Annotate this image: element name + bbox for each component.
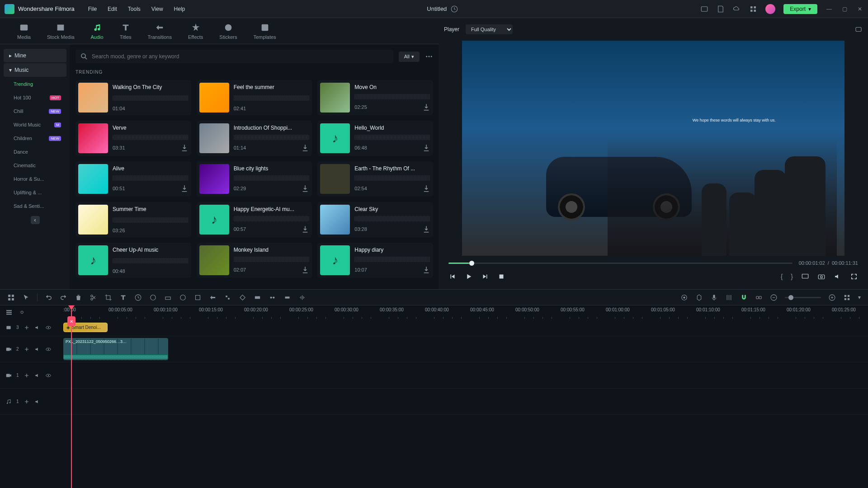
- tab-media[interactable]: Media: [9, 18, 39, 44]
- download-icon[interactable]: [180, 184, 189, 192]
- tab-templates[interactable]: Templates: [245, 18, 284, 44]
- pointer-icon[interactable]: [22, 294, 30, 301]
- menu-edit[interactable]: Edit: [108, 6, 117, 12]
- download-icon[interactable]: [301, 144, 309, 152]
- tab-stickers[interactable]: Stickers: [211, 18, 245, 44]
- render-icon[interactable]: [680, 294, 688, 301]
- quality-select[interactable]: Full Quality: [466, 24, 513, 34]
- track-item[interactable]: Monkey Island 02:07: [197, 243, 312, 278]
- adjust-icon[interactable]: [164, 294, 172, 301]
- search-input[interactable]: [92, 53, 389, 60]
- track-item[interactable]: Alive 00:51: [75, 161, 191, 197]
- maximize-icon[interactable]: ▢: [841, 5, 848, 13]
- track-item[interactable]: Happy Energetic-AI mu... 00:57: [197, 202, 312, 237]
- add-icon[interactable]: [24, 399, 30, 405]
- color-icon[interactable]: [149, 294, 157, 301]
- mixer-icon[interactable]: [725, 294, 733, 301]
- visibility-icon[interactable]: [45, 346, 52, 352]
- track-item[interactable]: Hello_World 06:48: [317, 121, 433, 156]
- track-item[interactable]: Blue city lights 02:29: [197, 161, 312, 197]
- download-icon[interactable]: [301, 184, 309, 192]
- search-box[interactable]: [75, 50, 393, 63]
- camera-icon[interactable]: [817, 272, 826, 281]
- tool-e-icon[interactable]: [254, 294, 261, 301]
- mic-icon[interactable]: [710, 294, 718, 301]
- preview-viewport[interactable]: We hope these words will always stay wit…: [462, 41, 844, 256]
- grid-icon[interactable]: [7, 294, 15, 301]
- tab-effects[interactable]: Effects: [180, 18, 211, 44]
- add-icon[interactable]: [24, 324, 30, 331]
- download-icon[interactable]: [180, 144, 189, 152]
- fullscreen-icon[interactable]: [850, 272, 858, 281]
- track-item[interactable]: Move On 02:25: [317, 80, 433, 115]
- delete-icon[interactable]: [75, 294, 82, 301]
- stop-icon[interactable]: [497, 272, 505, 281]
- download-icon[interactable]: [422, 266, 430, 274]
- download-icon[interactable]: [422, 103, 430, 111]
- sidebar-item-trending[interactable]: Trending: [4, 78, 66, 90]
- tab-transitions[interactable]: Transitions: [140, 18, 180, 44]
- zoom-out-icon[interactable]: [770, 294, 778, 301]
- zoom-in-icon[interactable]: [828, 294, 836, 301]
- track-manage-icon[interactable]: [5, 309, 13, 316]
- export-button[interactable]: Export▾: [783, 4, 817, 14]
- preview-seekbar[interactable]: [448, 263, 793, 264]
- mute-icon[interactable]: [34, 399, 41, 405]
- marker-icon[interactable]: [695, 294, 703, 301]
- menu-tools[interactable]: Tools: [128, 6, 141, 12]
- tool-g-icon[interactable]: [283, 294, 291, 301]
- mute-icon[interactable]: [34, 372, 41, 379]
- mark-out-icon[interactable]: }: [791, 273, 793, 280]
- sidebar-item-hot100[interactable]: Hot 100HOT: [4, 91, 66, 104]
- audio-wave-icon[interactable]: [298, 294, 306, 301]
- frame-forward-icon[interactable]: [481, 272, 489, 281]
- tool-a-icon[interactable]: [179, 294, 187, 301]
- frame-back-icon[interactable]: [448, 272, 457, 281]
- speed-icon[interactable]: [134, 294, 142, 301]
- sidebar-item-sad[interactable]: Sad & Senti...: [4, 200, 66, 212]
- add-icon[interactable]: [24, 372, 30, 379]
- track-item[interactable]: Walking On The City 01:04: [75, 80, 191, 115]
- timeline-ruler[interactable]: :00:0000:00:05:0000:00:10:0000:00:15:000…: [63, 305, 868, 319]
- minimize-icon[interactable]: —: [826, 5, 833, 13]
- view-mode-icon[interactable]: [843, 294, 851, 301]
- undo-icon[interactable]: [45, 294, 52, 301]
- track-item[interactable]: Verve 03:31: [75, 121, 191, 156]
- tab-audio[interactable]: Audio: [83, 18, 112, 44]
- tool-b-icon[interactable]: [194, 294, 202, 301]
- track-item[interactable]: Introduction Of Shoppi... 01:14: [197, 121, 312, 156]
- crop-icon[interactable]: [104, 294, 112, 301]
- download-icon[interactable]: [422, 225, 430, 233]
- tool-c-icon[interactable]: [209, 294, 217, 301]
- menu-file[interactable]: File: [88, 6, 97, 12]
- visibility-icon[interactable]: [45, 372, 52, 379]
- tool-f-icon[interactable]: [269, 294, 276, 301]
- download-icon[interactable]: [301, 225, 309, 233]
- cloud-sync-icon[interactable]: [450, 5, 458, 13]
- track-link-icon[interactable]: [18, 309, 25, 316]
- visibility-icon[interactable]: [45, 324, 52, 331]
- sidebar-item-chill[interactable]: ChillNEW: [4, 105, 66, 117]
- track-item[interactable]: Feel the summer 02:41: [197, 80, 312, 115]
- redo-icon[interactable]: [60, 294, 67, 301]
- sidebar-item-music[interactable]: ▾Music: [4, 63, 66, 77]
- mute-icon[interactable]: [34, 346, 41, 352]
- filter-all-dropdown[interactable]: All▾: [399, 52, 420, 62]
- close-icon[interactable]: ✕: [856, 5, 863, 13]
- sidebar-item-children[interactable]: ChildrenNEW: [4, 132, 66, 145]
- tool-d-icon[interactable]: [224, 294, 231, 301]
- tab-titles[interactable]: Titles: [112, 18, 140, 44]
- magnet-icon[interactable]: [740, 294, 748, 301]
- video-clip[interactable]: PXL_20231122_050950266…3…: [63, 338, 168, 360]
- zoom-slider[interactable]: [785, 297, 821, 298]
- mute-icon[interactable]: [34, 324, 41, 331]
- sidebar-item-cinematic[interactable]: Cinematic: [4, 159, 66, 172]
- text-icon[interactable]: [119, 294, 127, 301]
- tab-stock-media[interactable]: Stock Media: [39, 18, 83, 44]
- track-item[interactable]: Clear Sky 03:28: [317, 202, 433, 237]
- download-icon[interactable]: [422, 144, 430, 152]
- menu-view[interactable]: View: [151, 6, 163, 12]
- track-item[interactable]: Summer Time 03:26: [75, 202, 191, 237]
- cloud-icon[interactable]: [733, 5, 741, 13]
- download-icon[interactable]: [301, 266, 309, 274]
